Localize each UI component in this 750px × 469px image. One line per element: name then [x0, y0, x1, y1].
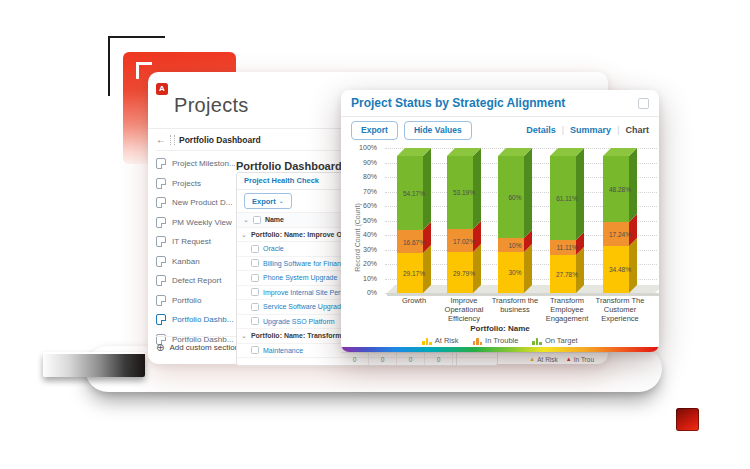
- mini-legend-item: ▲In Trou: [566, 356, 594, 363]
- tab-separator: |: [562, 125, 564, 135]
- y-tick-label: 0%: [349, 289, 377, 296]
- bar-segment-side: [629, 238, 637, 293]
- bar-value-label: 27.78%: [550, 271, 584, 278]
- chart-title: Project Status by Strategic Alignment: [351, 96, 638, 110]
- x-tick-label: Improve Operational Efficiency: [437, 296, 491, 323]
- bar-segment-side: [423, 245, 431, 293]
- document-icon: [156, 158, 166, 169]
- x-tick-label: Transform The Customer Experience: [593, 296, 647, 323]
- chart-region: Record Count (Count) 29.17%16.67%54.17%2…: [341, 142, 659, 347]
- row-label[interactable]: Maintenance: [263, 347, 303, 354]
- app-logo-icon: A: [156, 83, 168, 95]
- row-label[interactable]: Upgrade SSO Platform: [263, 318, 335, 325]
- rainbow-bar: [341, 347, 659, 352]
- chart-toolbar: Export Hide Values Details|Summary|Chart: [341, 117, 659, 143]
- warning-triangle-icon: ▲: [529, 356, 535, 362]
- tab-chart[interactable]: Chart: [625, 125, 649, 135]
- panel-export-button[interactable]: Export ⌄: [244, 193, 292, 209]
- chevron-down-icon[interactable]: ⌄: [243, 217, 249, 222]
- y-tick-label: 10%: [349, 275, 377, 282]
- bar-value-label: 17.02%: [447, 238, 481, 245]
- warning-triangle-icon: ▲: [566, 356, 572, 362]
- bar-value-label: 17.24%: [603, 231, 637, 238]
- chevron-down-icon: ⌄: [279, 199, 284, 203]
- bar-value-label: 34.48%: [603, 266, 637, 273]
- bar-segment-side: [524, 244, 532, 293]
- bar-value-label: 29.79%: [447, 270, 481, 277]
- mini-barchart-icon: [473, 338, 483, 345]
- sidebar-item-label: Project Mileston...: [172, 159, 236, 168]
- row-checkbox[interactable]: [251, 288, 259, 296]
- bar-value-label: 54.17%: [397, 190, 431, 197]
- x-tick-label: Transform Employee Engagement: [540, 296, 594, 323]
- row-label[interactable]: Phone System Upgrade: [263, 274, 337, 281]
- total-value: 0: [425, 353, 453, 365]
- back-arrow-icon[interactable]: ←: [156, 134, 166, 145]
- bar-segment-side: [629, 148, 637, 222]
- bar-value-label: 30%: [498, 269, 532, 276]
- sidebar-item-label: Defect Report: [172, 276, 221, 285]
- bar-value-label: 60%: [498, 194, 532, 201]
- bar-segment-side: [473, 148, 481, 229]
- hide-values-button[interactable]: Hide Values: [404, 121, 472, 140]
- legend-label: At Risk: [435, 336, 459, 345]
- x-axis-title: Portfolio: Name: [341, 324, 659, 333]
- mini-legend-label: In Trou: [574, 356, 594, 363]
- sidebar-header[interactable]: ← Portfolio Dashboard: [156, 134, 261, 145]
- bar-segment-side: [576, 148, 584, 240]
- y-tick-label: 50%: [349, 217, 377, 224]
- y-tick-label: 100%: [349, 144, 377, 151]
- totals-row: 0000: [341, 353, 453, 365]
- sidebar-header-label: Portfolio Dashboard: [179, 135, 261, 145]
- row-label[interactable]: Oracle: [263, 245, 284, 252]
- mini-legend-label: At Risk: [537, 356, 558, 363]
- bar-value-label: 11.11%: [550, 244, 584, 251]
- mini-barchart-icon: [532, 338, 542, 345]
- add-custom-section-button[interactable]: ⊕ Add custom section: [156, 342, 239, 353]
- row-checkbox[interactable]: [251, 317, 259, 325]
- tab-summary[interactable]: Summary: [570, 125, 611, 135]
- laptop-base-bar: [43, 352, 145, 377]
- expand-icon[interactable]: [638, 98, 649, 109]
- row-checkbox[interactable]: [251, 346, 259, 354]
- row-label[interactable]: Service Software Upgrade: [263, 303, 345, 310]
- legend-item: In Trouble: [473, 336, 519, 345]
- stacked-bar: 29.17%16.67%54.17%: [397, 148, 431, 293]
- row-checkbox[interactable]: [251, 303, 259, 311]
- sidebar-item-label: Portfolio: [172, 296, 201, 305]
- y-tick-label: 60%: [349, 202, 377, 209]
- mini-legend-item: ▲At Risk: [529, 356, 558, 363]
- y-tick-label: 70%: [349, 188, 377, 195]
- chart-legend: At RiskIn TroubleOn Target: [341, 336, 659, 345]
- chart-card: Project Status by Strategic Alignment Ex…: [341, 90, 659, 352]
- chevron-down-icon[interactable]: ⌄: [241, 232, 247, 237]
- legend-label: On Target: [545, 336, 578, 345]
- row-checkbox[interactable]: [251, 259, 259, 267]
- document-icon: [156, 197, 166, 208]
- document-icon: [156, 295, 166, 306]
- chevron-down-icon[interactable]: ⌄: [241, 333, 247, 338]
- tab-separator: |: [617, 125, 619, 135]
- stacked-bar: 30%10%60%: [498, 148, 532, 293]
- bar-value-label: 53.19%: [447, 189, 481, 196]
- bar-value-label: 10%: [498, 242, 532, 249]
- bar-value-label: 48.28%: [603, 186, 637, 193]
- y-tick-label: 20%: [349, 260, 377, 267]
- export-button[interactable]: Export: [351, 121, 398, 140]
- y-tick-label: 30%: [349, 246, 377, 253]
- sidebar-item-label: Kanban: [172, 257, 200, 266]
- row-checkbox[interactable]: [251, 245, 259, 253]
- row-checkbox[interactable]: [251, 274, 259, 282]
- select-all-checkbox[interactable]: [253, 216, 261, 224]
- x-axis-labels: GrowthImprove Operational EfficiencyTran…: [341, 296, 659, 326]
- legend-item: On Target: [532, 336, 577, 345]
- document-icon: [156, 217, 166, 228]
- view-tabs: Details|Summary|Chart: [478, 125, 649, 135]
- drag-handle-icon[interactable]: [170, 135, 175, 145]
- column-header-name: Name: [265, 216, 284, 223]
- total-value: 0: [397, 353, 425, 365]
- tab-details[interactable]: Details: [526, 125, 556, 135]
- sidebar-divider: [156, 150, 356, 151]
- legend-label: In Trouble: [485, 336, 518, 345]
- bar-value-label: 29.17%: [397, 270, 431, 277]
